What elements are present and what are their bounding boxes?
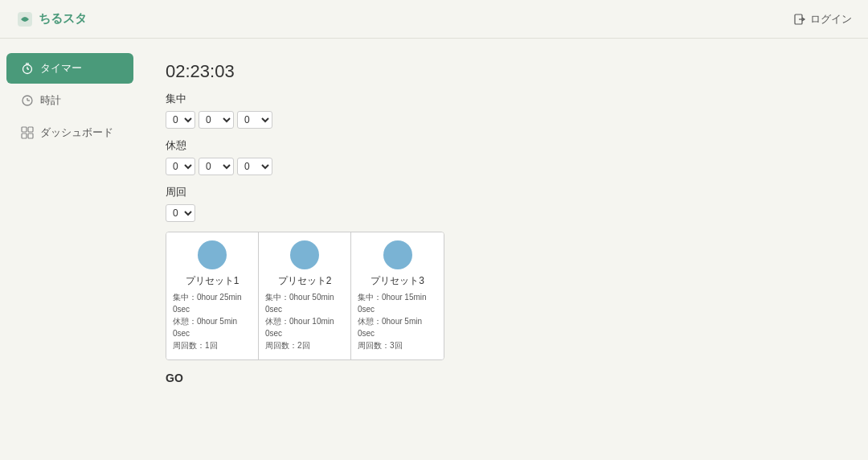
main-content: 02:23:03 集中 012 0510152530 030 休憩 01 051…: [140, 39, 868, 460]
rest-label: 休憩: [166, 138, 842, 153]
rounds-row: 0123: [166, 204, 842, 222]
focus-dropdowns: 012 0510152530 030: [166, 111, 842, 129]
svg-rect-13: [28, 133, 33, 138]
timer-icon: [21, 62, 34, 75]
rounds-label: 周回: [166, 185, 842, 199]
login-icon: [794, 13, 807, 26]
preset-name-2: プリセット2: [265, 274, 344, 288]
rounds-select[interactable]: 0123: [166, 204, 195, 222]
focus-hour-select[interactable]: 012: [166, 111, 195, 129]
preset-rounds-3: 周回数：3回: [358, 339, 437, 351]
sidebar: タイマー 時計 ダッシュボード: [0, 39, 140, 460]
preset-card-1[interactable]: プリセット1 集中：0hour 25min 0sec 休憩：0hour 5min…: [166, 232, 259, 359]
app-logo: ちるスタ: [16, 10, 87, 28]
rest-hour-select[interactable]: 01: [166, 158, 195, 175]
preset-card-3[interactable]: プリセット3 集中：0hour 15min 0sec 休憩：0hour 5min…: [351, 232, 444, 359]
svg-rect-10: [22, 127, 27, 132]
dashboard-icon: [21, 126, 34, 139]
logo-text: ちるスタ: [39, 11, 87, 27]
logo-icon: [16, 10, 34, 28]
rest-sec-select[interactable]: 030: [237, 158, 272, 175]
focus-sec-select[interactable]: 030: [237, 111, 272, 129]
preset-focus-1: 集中：0hour 25min 0sec: [173, 291, 252, 315]
sidebar-item-timer[interactable]: タイマー: [6, 53, 133, 84]
login-label: ログイン: [810, 12, 852, 27]
preset-circle-2: [290, 240, 319, 269]
preset-name-3: プリセット3: [358, 274, 437, 288]
focus-min-select[interactable]: 0510152530: [199, 111, 234, 129]
preset-info-1: 集中：0hour 25min 0sec 休憩：0hour 5min 0sec 周…: [173, 291, 252, 351]
svg-rect-12: [22, 133, 27, 138]
timer-display: 02:23:03: [166, 61, 842, 82]
sidebar-dashboard-label: ダッシュボード: [40, 125, 113, 140]
preset-rest-1: 休憩：0hour 5min 0sec: [173, 315, 252, 339]
preset-focus-3: 集中：0hour 15min 0sec: [358, 291, 437, 315]
preset-info-3: 集中：0hour 15min 0sec 休憩：0hour 5min 0sec 周…: [358, 291, 437, 351]
preset-info-2: 集中：0hour 50min 0sec 休憩：0hour 10min 0sec …: [265, 291, 344, 351]
sidebar-timer-label: タイマー: [40, 61, 82, 76]
sidebar-clock-label: 時計: [40, 93, 61, 108]
preset-card-2[interactable]: プリセット2 集中：0hour 50min 0sec 休憩：0hour 10mi…: [259, 232, 351, 359]
presets-container: プリセット1 集中：0hour 25min 0sec 休憩：0hour 5min…: [166, 232, 444, 360]
preset-rounds-1: 周回数：1回: [173, 339, 252, 351]
rest-dropdowns: 01 0510 030: [166, 158, 842, 175]
preset-rest-2: 休憩：0hour 10min 0sec: [265, 315, 344, 339]
go-button[interactable]: GO: [166, 372, 183, 384]
preset-focus-2: 集中：0hour 50min 0sec: [265, 291, 344, 315]
svg-rect-11: [28, 127, 33, 132]
app-layout: タイマー 時計 ダッシュボード: [0, 39, 868, 460]
preset-rounds-2: 周回数：2回: [265, 339, 344, 351]
login-button[interactable]: ログイン: [794, 12, 852, 27]
clock-icon: [21, 94, 34, 107]
preset-circle-3: [383, 240, 412, 269]
app-header: ちるスタ ログイン: [0, 0, 868, 39]
preset-circle-1: [198, 240, 227, 269]
sidebar-item-dashboard[interactable]: ダッシュボード: [6, 117, 133, 148]
preset-name-1: プリセット1: [173, 274, 252, 288]
focus-label: 集中: [166, 92, 842, 106]
preset-rest-3: 休憩：0hour 5min 0sec: [358, 315, 437, 339]
rest-min-select[interactable]: 0510: [199, 158, 234, 175]
sidebar-item-clock[interactable]: 時計: [6, 85, 133, 116]
